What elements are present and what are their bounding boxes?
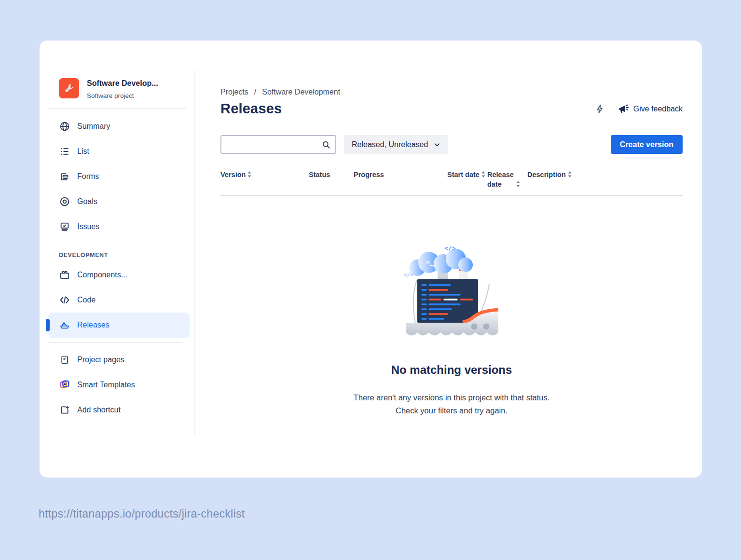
toolbar: Released, Unreleased Create version xyxy=(220,135,683,154)
column-header-release-date[interactable]: Release date xyxy=(487,170,527,190)
project-title-block: Software Develop... Software project xyxy=(87,78,158,99)
column-header-status: Status xyxy=(309,170,354,190)
sort-icon xyxy=(247,171,251,180)
project-avatar xyxy=(59,78,79,98)
breadcrumb: Projects / Software Development xyxy=(220,88,683,96)
sidebar-item-label: Issues xyxy=(77,222,99,231)
status-filter-dropdown[interactable]: Released, Unreleased xyxy=(344,135,448,154)
sidebar-item-label: Smart Templates xyxy=(77,381,135,389)
megaphone-icon xyxy=(618,103,629,115)
main-content: Projects / Software Development Releases xyxy=(195,41,702,478)
page-title: Releases xyxy=(220,101,282,117)
pages-icon xyxy=(59,354,70,366)
chevron-down-icon xyxy=(434,141,440,148)
smart-templates-icon xyxy=(59,379,70,391)
lightning-icon xyxy=(595,104,605,114)
goals-icon xyxy=(59,196,70,207)
sidebar-item-label: List xyxy=(77,147,89,156)
active-indicator xyxy=(46,319,50,331)
column-header-description[interactable]: Description xyxy=(527,170,572,190)
code-icon xyxy=(59,294,70,306)
ship-icon xyxy=(59,319,70,331)
sort-icon xyxy=(516,180,520,190)
sidebar-item-label: Forms xyxy=(77,172,99,181)
sort-icon xyxy=(568,171,572,180)
issues-icon xyxy=(59,221,70,232)
column-header-progress: Progress xyxy=(354,170,447,190)
empty-state-title: No matching versions xyxy=(220,363,683,377)
forms-icon xyxy=(59,171,70,182)
create-version-button[interactable]: Create version xyxy=(611,135,683,154)
search-icon xyxy=(322,140,330,149)
url-caption: https://titanapps.io/products/jira-check… xyxy=(39,507,245,520)
sort-icon xyxy=(481,171,485,180)
sidebar-group-divider xyxy=(48,342,181,343)
sidebar-item-add-shortcut[interactable]: Add shortcut xyxy=(58,397,190,423)
automation-button[interactable] xyxy=(595,104,605,114)
sidebar-item-label: Add shortcut xyxy=(77,406,121,414)
add-shortcut-icon xyxy=(59,404,70,416)
sidebar-item-issues[interactable]: Issues xyxy=(58,214,190,239)
sidebar-item-label: Releases xyxy=(77,321,110,329)
empty-state: </> <_ </> xyxy=(220,241,683,417)
give-feedback-label: Give feedback xyxy=(633,105,683,113)
sidebar-item-releases[interactable]: Releases xyxy=(48,313,190,338)
list-icon xyxy=(59,146,70,157)
sidebar-item-code[interactable]: Code xyxy=(58,287,190,313)
sidebar-nav-footer: Project pages Smart Templa xyxy=(58,347,195,423)
column-header-start-date[interactable]: Start date xyxy=(447,170,487,190)
project-type: Software project xyxy=(87,92,158,99)
sidebar-item-components[interactable]: Components... xyxy=(58,262,190,287)
project-header[interactable]: Software Develop... Software project xyxy=(58,78,195,99)
ship-illustration: </> <_ </> xyxy=(401,241,502,346)
svg-text:<_: <_ xyxy=(426,259,434,266)
wrench-icon xyxy=(63,82,75,94)
sidebar-item-label: Project pages xyxy=(77,355,124,364)
column-header-version[interactable]: Version xyxy=(220,170,309,190)
sidebar-item-label: Summary xyxy=(77,122,110,131)
search-box[interactable] xyxy=(220,135,336,154)
project-name: Software Develop... xyxy=(87,78,158,88)
sidebar-item-label: Components... xyxy=(77,271,127,279)
sidebar-item-project-pages[interactable]: Project pages xyxy=(58,347,190,372)
sidebar-item-label: Goals xyxy=(77,197,97,206)
components-icon xyxy=(59,269,70,281)
breadcrumb-software-development[interactable]: Software Development xyxy=(262,88,340,96)
empty-state-message: There aren't any versions in this projec… xyxy=(220,391,683,417)
status-filter-value: Released, Unreleased xyxy=(352,140,428,149)
sidebar: Software Develop... Software project Sum… xyxy=(40,41,195,478)
give-feedback-button[interactable]: Give feedback xyxy=(618,103,683,115)
svg-text:</>: </> xyxy=(444,245,456,252)
sidebar-item-list[interactable]: List xyxy=(58,139,190,164)
breadcrumb-separator: / xyxy=(254,88,256,96)
sidebar-item-summary[interactable]: Summary xyxy=(58,114,190,139)
sidebar-item-forms[interactable]: Forms xyxy=(58,164,190,189)
sidebar-item-goals[interactable]: Goals xyxy=(58,189,190,214)
search-input[interactable] xyxy=(227,140,322,149)
globe-icon xyxy=(59,121,70,132)
sidebar-nav-development: Components... Code Releases xyxy=(58,262,195,338)
sidebar-item-label: Code xyxy=(77,296,96,304)
svg-text:</>: </> xyxy=(404,272,413,278)
header-divider xyxy=(48,108,186,109)
app-window: Software Develop... Software project Sum… xyxy=(40,41,702,478)
sidebar-nav: Summary List Forms xyxy=(58,114,195,239)
breadcrumb-projects[interactable]: Projects xyxy=(220,88,248,96)
sidebar-item-smart-templates[interactable]: Smart Templates xyxy=(58,372,190,397)
versions-table-header: Version Status Progress Start date Relea… xyxy=(220,170,683,196)
sidebar-section-development: DEVELOPMENT xyxy=(59,252,195,259)
